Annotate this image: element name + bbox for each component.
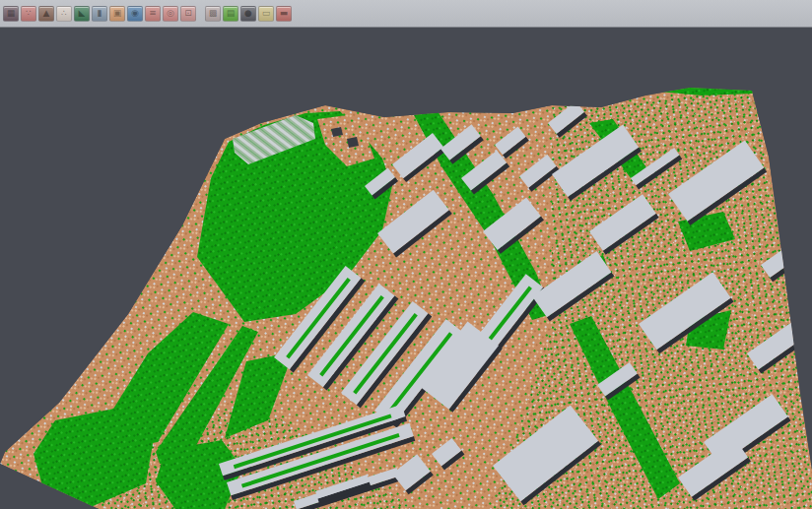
open-cube-icon[interactable]: ▦ (3, 6, 19, 22)
crop-corners-icon[interactable]: ⊡ (180, 6, 196, 22)
ortho-box-icon[interactable]: ▣ (109, 6, 125, 22)
toolbar: ▦∵▲∴◣▮▣◉≡◎⊡▩▤●▭▬ (0, 0, 812, 28)
panel-icon[interactable]: ▮ (92, 6, 107, 22)
small-dark-roof (347, 137, 359, 148)
terrain-mound-icon[interactable]: ◣ (74, 6, 90, 22)
target-ring-icon[interactable]: ◎ (163, 6, 178, 22)
dark-sphere-icon[interactable]: ● (240, 6, 256, 22)
sparse-points-icon[interactable]: ∴ (56, 6, 72, 22)
checker-icon[interactable]: ▩ (205, 6, 221, 22)
layers-icon[interactable]: ≡ (145, 6, 161, 22)
viewport-3d[interactable] (0, 29, 812, 509)
point-pair-icon[interactable]: ∵ (21, 6, 36, 22)
toolbar-separator (197, 6, 204, 22)
point-cloud-render[interactable] (0, 29, 812, 509)
mountain-icon[interactable]: ▲ (38, 6, 54, 22)
flag-icon[interactable]: ▬ (276, 6, 292, 22)
classification-map-icon[interactable]: ▤ (223, 6, 238, 22)
sand-box-icon[interactable]: ▭ (258, 6, 274, 22)
globe-icon[interactable]: ◉ (127, 6, 143, 22)
